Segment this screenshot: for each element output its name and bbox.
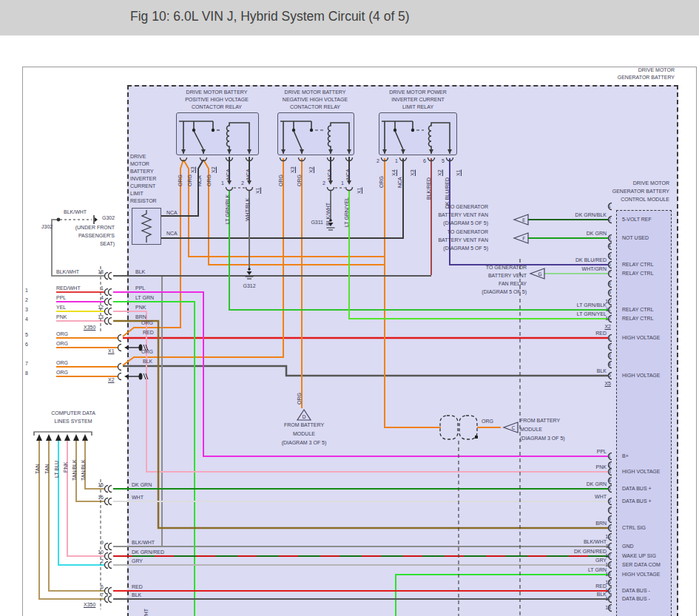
data-line-arrow-icon bbox=[73, 434, 79, 441]
module-pin-number: 2 bbox=[608, 217, 611, 223]
module-pin-number: 9 bbox=[608, 525, 611, 531]
diagram-label: 2 bbox=[376, 158, 379, 164]
resistor-label: DRIVE bbox=[130, 154, 146, 160]
connector-cup bbox=[109, 562, 112, 569]
diagram-label: ORG bbox=[482, 419, 493, 424]
relay-title: DRIVE MOTOR BATTERY bbox=[186, 89, 248, 95]
x350-pin-number: 2 bbox=[101, 558, 104, 564]
relay-title: NEGATIVE HIGH VOLTAGE bbox=[283, 97, 348, 103]
connector-cup bbox=[109, 498, 112, 505]
relay-title: DRIVE MOTOR POWER bbox=[389, 89, 447, 95]
diagram-label: ORG bbox=[141, 349, 153, 355]
wire-color-label: X2 bbox=[211, 166, 217, 173]
wire-color-label: TAN bbox=[35, 464, 41, 474]
wire-color-label: X4 bbox=[391, 169, 397, 176]
connector-cup bbox=[226, 187, 233, 191]
module-pin-number: 18 bbox=[605, 605, 611, 611]
module-signal-label: RELAY CTRL bbox=[622, 316, 654, 322]
connector-cup bbox=[105, 299, 108, 305]
diagram-label: RED bbox=[143, 330, 154, 336]
wire-color-label: TAN/BLK bbox=[81, 459, 87, 481]
module-signal-label: B+ bbox=[622, 453, 629, 459]
wire-color-label: NCA bbox=[226, 169, 232, 180]
wire-color-label: ORG bbox=[278, 175, 284, 186]
ground-icon bbox=[327, 228, 335, 230]
wire-ltgrnblk bbox=[229, 191, 609, 310]
module-signal-label: WAKE UP SIG bbox=[622, 553, 656, 559]
diagram-label: BATTERY VENT FAN bbox=[438, 237, 488, 243]
module-wire-label: BLK/WHT bbox=[584, 539, 607, 545]
module-signal-label: DATA BUS - bbox=[622, 588, 650, 594]
wire-color-label: NCA bbox=[197, 175, 203, 186]
diagram-label: ORG bbox=[56, 370, 68, 376]
diagram-label: ORG bbox=[56, 341, 68, 347]
connector-cup bbox=[105, 544, 108, 550]
connector-cup bbox=[246, 187, 253, 191]
diagram-label: 3 bbox=[25, 307, 28, 313]
module-pin-number: 6 bbox=[608, 262, 611, 268]
wire-color-label: TAN/BLK bbox=[72, 459, 78, 481]
module-signal-label: NOT USED bbox=[622, 235, 649, 241]
diagram-label: 8 bbox=[25, 370, 28, 376]
module-pin-number: 4 bbox=[608, 362, 611, 368]
j302-junction-dot bbox=[57, 218, 61, 222]
offpage-triangle-F bbox=[514, 233, 528, 243]
relay-blade bbox=[294, 131, 302, 149]
module-signal-label: DATA BUS - bbox=[622, 596, 650, 602]
data-lines-bracket bbox=[34, 432, 92, 436]
connector-cup bbox=[109, 318, 112, 325]
module-wire-label: WHT bbox=[595, 494, 607, 500]
wire-color-label: LT BLU bbox=[54, 461, 60, 478]
connector-cup bbox=[105, 588, 108, 595]
connector-cup bbox=[109, 299, 112, 305]
wire-org-relay3a-battery bbox=[385, 158, 441, 427]
wire-color-label: TAN bbox=[44, 464, 50, 474]
diagram-label: (DIAGRAM 5 OF 5) bbox=[443, 246, 488, 251]
diagram-label: (UNDER FRONT bbox=[75, 225, 115, 231]
module-pin-number: 3 bbox=[608, 353, 611, 359]
triangle-letter: E bbox=[522, 217, 525, 223]
diagram-label: 2 bbox=[323, 180, 325, 186]
x350-pin-number: 15 bbox=[98, 482, 104, 488]
module-pin-number: 8 bbox=[608, 281, 611, 287]
wire-color-label: ORG bbox=[297, 393, 303, 405]
x350-pin-number: 13 bbox=[98, 314, 104, 320]
x350-pin-number: 16 bbox=[98, 495, 104, 501]
connector-cup bbox=[109, 289, 112, 296]
wire-color-label: LT GRN/BLK bbox=[225, 194, 231, 224]
x350-right-wire-label: WHT bbox=[132, 495, 143, 501]
wire-color-label: X3 bbox=[190, 166, 196, 173]
connector-cup bbox=[105, 318, 108, 325]
module-pin-number: 5 bbox=[608, 373, 611, 379]
resistor-label: MOTOR bbox=[130, 161, 149, 167]
module-signal-label: SER DATA COM bbox=[622, 562, 661, 568]
wire-color-label: ORG bbox=[178, 175, 183, 186]
wire-blk-high-voltage bbox=[123, 366, 609, 376]
module-wire-label: BLK bbox=[597, 592, 607, 598]
module-wire-label: BLK bbox=[597, 368, 607, 374]
relay-switch bbox=[382, 121, 413, 154]
module-signal-label: RELAY CTRL bbox=[622, 307, 654, 313]
wire-color-label: ORG bbox=[206, 175, 212, 186]
module-wire-label: DK GRN/BLK bbox=[575, 212, 607, 218]
diagram-label: MODULE bbox=[520, 427, 542, 433]
x350-right-wire-label: BLK bbox=[132, 592, 141, 598]
wiring-diagram-page: Fig 10: 6.0L VIN J, Hybrid System Circui… bbox=[0, 0, 699, 616]
diagram-label: ORG bbox=[56, 360, 68, 366]
module-signal-label: HIGH VOLTAGE bbox=[622, 572, 660, 578]
diagram-label: 5 bbox=[442, 158, 445, 164]
diagram-label: 6 bbox=[423, 158, 426, 164]
data-line-arrow-icon bbox=[36, 434, 42, 441]
connector-cup bbox=[118, 345, 121, 351]
diagram-label: 5 bbox=[25, 332, 28, 338]
triangle-letter: D bbox=[302, 414, 305, 420]
x350-right-wire-label: BLK/WHT bbox=[132, 540, 155, 546]
inline-connector-half bbox=[459, 416, 477, 439]
diagram-label: NCA bbox=[166, 210, 178, 216]
module-pin-number: 4 bbox=[608, 243, 611, 249]
module-pin-number: 2 bbox=[608, 344, 611, 350]
connector-cup bbox=[109, 544, 112, 550]
wire-color-label: ORG bbox=[187, 175, 193, 186]
module-wire-label: BRN bbox=[595, 521, 607, 527]
diagram-label: X1 bbox=[108, 348, 115, 354]
